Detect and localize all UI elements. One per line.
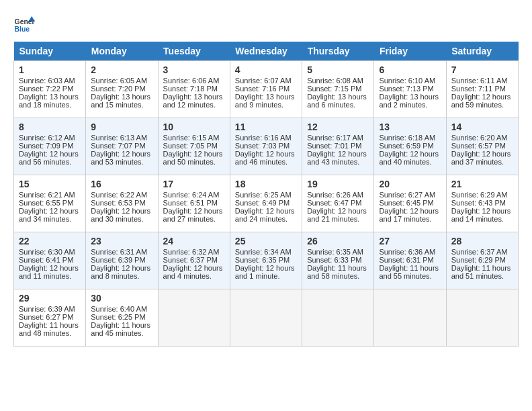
sunset-text: Sunset: 6:31 PM <box>379 256 433 264</box>
daylight-text: Daylight: 12 hours and 46 minutes. <box>235 150 295 166</box>
day-number: 7 <box>451 64 513 75</box>
table-row: 25Sunrise: 6:34 AMSunset: 6:35 PMDayligh… <box>230 232 302 289</box>
daylight-text: Daylight: 13 hours and 6 minutes. <box>307 93 367 109</box>
sunset-text: Sunset: 7:22 PM <box>19 85 73 93</box>
daylight-text: Daylight: 12 hours and 56 minutes. <box>19 150 79 166</box>
sunrise-text: Sunrise: 6:13 AM <box>91 134 147 142</box>
calendar-table: Sunday Monday Tuesday Wednesday Thursday… <box>13 42 519 347</box>
col-thursday: Thursday <box>302 42 374 61</box>
daylight-text: Daylight: 12 hours and 30 minutes. <box>91 207 150 223</box>
daylight-text: Daylight: 11 hours and 48 minutes. <box>19 321 79 337</box>
table-row: 9Sunrise: 6:13 AMSunset: 7:07 PMDaylight… <box>86 118 158 175</box>
sunset-text: Sunset: 7:11 PM <box>451 85 506 93</box>
logo-icon: General Blue <box>13 13 35 35</box>
sunset-text: Sunset: 7:05 PM <box>163 142 218 150</box>
sunrise-text: Sunrise: 6:29 AM <box>451 191 508 199</box>
daylight-text: Daylight: 11 hours and 58 minutes. <box>307 264 367 280</box>
col-friday: Friday <box>374 42 446 61</box>
sunset-text: Sunset: 7:13 PM <box>379 85 433 93</box>
day-number: 10 <box>163 122 225 132</box>
col-tuesday: Tuesday <box>158 42 230 61</box>
sunrise-text: Sunrise: 6:11 AM <box>451 77 508 85</box>
day-number: 16 <box>91 179 152 189</box>
calendar-row: 8Sunrise: 6:12 AMSunset: 7:09 PMDaylight… <box>14 118 519 175</box>
sunrise-text: Sunrise: 6:32 AM <box>163 248 220 256</box>
daylight-text: Daylight: 11 hours and 55 minutes. <box>379 264 439 280</box>
table-row: 1Sunrise: 6:03 AMSunset: 7:22 PMDaylight… <box>14 61 86 118</box>
table-row: 18Sunrise: 6:25 AMSunset: 6:49 PMDayligh… <box>230 175 302 232</box>
sunset-text: Sunset: 6:47 PM <box>307 199 361 207</box>
daylight-text: Daylight: 13 hours and 18 minutes. <box>19 93 79 109</box>
sunrise-text: Sunrise: 6:12 AM <box>19 134 75 142</box>
sunrise-text: Sunrise: 6:22 AM <box>91 191 147 199</box>
sunset-text: Sunset: 7:15 PM <box>307 85 361 93</box>
table-row: 10Sunrise: 6:15 AMSunset: 7:05 PMDayligh… <box>158 118 230 175</box>
page-header: General Blue <box>13 13 519 35</box>
table-row: 16Sunrise: 6:22 AMSunset: 6:53 PMDayligh… <box>86 175 158 232</box>
calendar-row: 15Sunrise: 6:21 AMSunset: 6:55 PMDayligh… <box>14 175 519 232</box>
sunrise-text: Sunrise: 6:35 AM <box>307 248 363 256</box>
sunrise-text: Sunrise: 6:36 AM <box>379 248 435 256</box>
day-number: 13 <box>379 122 441 132</box>
daylight-text: Daylight: 12 hours and 14 minutes. <box>451 207 511 223</box>
daylight-text: Daylight: 12 hours and 37 minutes. <box>451 150 511 166</box>
table-row: 23Sunrise: 6:31 AMSunset: 6:39 PMDayligh… <box>86 232 158 289</box>
table-row: 4Sunrise: 6:07 AMSunset: 7:16 PMDaylight… <box>230 61 302 118</box>
sunrise-text: Sunrise: 6:30 AM <box>19 248 75 256</box>
sunset-text: Sunset: 6:45 PM <box>379 199 433 207</box>
daylight-text: Daylight: 13 hours and 9 minutes. <box>235 93 295 109</box>
day-number: 15 <box>19 179 81 189</box>
daylight-text: Daylight: 12 hours and 43 minutes. <box>307 150 367 166</box>
sunrise-text: Sunrise: 6:26 AM <box>307 191 363 199</box>
table-row <box>158 289 230 347</box>
sunset-text: Sunset: 7:18 PM <box>163 85 218 93</box>
sunrise-text: Sunrise: 6:08 AM <box>307 77 363 85</box>
table-row: 5Sunrise: 6:08 AMSunset: 7:15 PMDaylight… <box>302 61 374 118</box>
table-row <box>446 289 518 347</box>
daylight-text: Daylight: 12 hours and 4 minutes. <box>163 264 223 280</box>
daylight-text: Daylight: 11 hours and 51 minutes. <box>451 264 511 280</box>
sunset-text: Sunset: 6:59 PM <box>379 142 433 150</box>
daylight-text: Daylight: 12 hours and 8 minutes. <box>91 264 150 280</box>
daylight-text: Daylight: 12 hours and 1 minute. <box>235 264 295 280</box>
table-row: 11Sunrise: 6:16 AMSunset: 7:03 PMDayligh… <box>230 118 302 175</box>
day-number: 26 <box>307 236 369 246</box>
daylight-text: Daylight: 12 hours and 17 minutes. <box>379 207 439 223</box>
day-number: 12 <box>307 122 369 132</box>
day-number: 6 <box>379 64 441 75</box>
daylight-text: Daylight: 13 hours and 2 minutes. <box>379 93 439 109</box>
day-number: 24 <box>163 236 225 246</box>
daylight-text: Daylight: 12 hours and 59 minutes. <box>451 93 511 109</box>
sunset-text: Sunset: 6:57 PM <box>451 142 506 150</box>
day-number: 2 <box>91 64 152 75</box>
table-row: 21Sunrise: 6:29 AMSunset: 6:43 PMDayligh… <box>446 175 518 232</box>
daylight-text: Daylight: 12 hours and 53 minutes. <box>91 150 150 166</box>
table-row: 2Sunrise: 6:05 AMSunset: 7:20 PMDaylight… <box>86 61 158 118</box>
day-number: 11 <box>235 122 297 132</box>
day-number: 14 <box>451 122 513 132</box>
sunset-text: Sunset: 6:39 PM <box>91 256 145 264</box>
day-number: 17 <box>163 179 225 189</box>
sunrise-text: Sunrise: 6:40 AM <box>91 305 147 313</box>
sunset-text: Sunset: 6:51 PM <box>163 199 218 207</box>
table-row: 20Sunrise: 6:27 AMSunset: 6:45 PMDayligh… <box>374 175 446 232</box>
table-row <box>374 289 446 347</box>
table-row: 3Sunrise: 6:06 AMSunset: 7:18 PMDaylight… <box>158 61 230 118</box>
sunset-text: Sunset: 6:55 PM <box>19 199 73 207</box>
table-row: 28Sunrise: 6:37 AMSunset: 6:29 PMDayligh… <box>446 232 518 289</box>
table-row: 8Sunrise: 6:12 AMSunset: 7:09 PMDaylight… <box>14 118 86 175</box>
table-row: 14Sunrise: 6:20 AMSunset: 6:57 PMDayligh… <box>446 118 518 175</box>
table-row: 17Sunrise: 6:24 AMSunset: 6:51 PMDayligh… <box>158 175 230 232</box>
daylight-text: Daylight: 13 hours and 15 minutes. <box>91 93 150 109</box>
table-row: 19Sunrise: 6:26 AMSunset: 6:47 PMDayligh… <box>302 175 374 232</box>
col-monday: Monday <box>86 42 158 61</box>
day-number: 23 <box>91 236 152 246</box>
daylight-text: Daylight: 12 hours and 27 minutes. <box>163 207 223 223</box>
calendar-row: 1Sunrise: 6:03 AMSunset: 7:22 PMDaylight… <box>14 61 519 118</box>
sunrise-text: Sunrise: 6:16 AM <box>235 134 292 142</box>
table-row: 6Sunrise: 6:10 AMSunset: 7:13 PMDaylight… <box>374 61 446 118</box>
day-number: 3 <box>163 64 225 75</box>
table-row: 24Sunrise: 6:32 AMSunset: 6:37 PMDayligh… <box>158 232 230 289</box>
day-number: 9 <box>91 122 152 132</box>
sunrise-text: Sunrise: 6:06 AM <box>163 77 220 85</box>
